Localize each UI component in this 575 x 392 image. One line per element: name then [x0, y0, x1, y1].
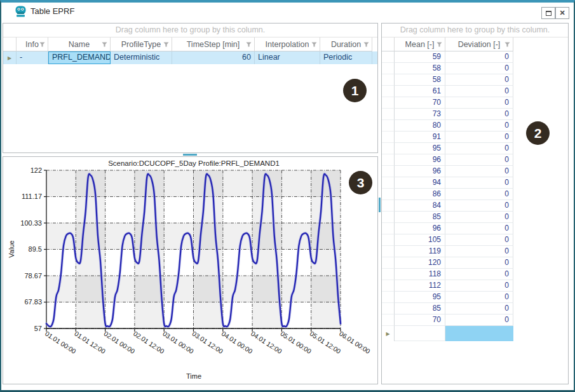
table-row[interactable]: 960 — [382, 154, 568, 166]
cell-timestep[interactable]: 60 — [172, 51, 255, 64]
column-header-name[interactable]: Name — [48, 37, 111, 51]
cell-deviation[interactable]: 0 — [445, 234, 513, 246]
table-row[interactable]: 950 — [382, 292, 568, 303]
cell-mean[interactable]: 120 — [395, 257, 445, 269]
cell-interpolation[interactable]: Linear — [255, 51, 320, 64]
cell-mean[interactable]: 70 — [395, 314, 445, 326]
table-row[interactable]: 960 — [382, 223, 568, 234]
column-header-timestep[interactable]: TimeStep [min] — [172, 37, 255, 51]
cell-deviation[interactable]: 0 — [445, 246, 513, 257]
table-row[interactable]: 960 — [382, 166, 568, 177]
table-row[interactable]: 700 — [382, 314, 568, 326]
cell-mean[interactable]: 96 — [395, 154, 445, 166]
cell-deviation[interactable]: 0 — [445, 269, 513, 280]
cell-deviation[interactable]: 0 — [445, 314, 513, 326]
cell-mean[interactable]: 95 — [395, 143, 445, 154]
column-header-interpolation[interactable]: Interpolation — [255, 37, 320, 51]
cell-name-selected[interactable]: PRFL_DEMAND1 — [48, 51, 111, 64]
cell-deviation[interactable]: 0 — [445, 143, 513, 154]
table-row[interactable]: 1190 — [382, 246, 568, 257]
horizontal-splitter-handle[interactable] — [183, 154, 197, 156]
cell-duration[interactable]: Periodic — [320, 51, 372, 64]
table-row[interactable]: 1120 — [382, 280, 568, 292]
cell-mean[interactable]: 58 — [395, 63, 445, 74]
filter-icon[interactable] — [311, 42, 317, 47]
cell-mean[interactable]: 112 — [395, 280, 445, 292]
table-row[interactable]: 590 — [382, 51, 568, 63]
cell-deviation[interactable]: 0 — [445, 200, 513, 212]
filter-icon[interactable] — [163, 42, 169, 47]
table-row[interactable]: 860 — [382, 189, 568, 200]
table-row[interactable]: 850 — [382, 303, 568, 314]
cell-deviation[interactable]: 0 — [445, 63, 513, 74]
table-row[interactable]: 730 — [382, 109, 568, 120]
cell-profiletype[interactable]: Deterministic — [111, 51, 172, 64]
table-row[interactable]: 1050 — [382, 234, 568, 246]
cell-mean[interactable]: 119 — [395, 246, 445, 257]
cell-mean[interactable]: 85 — [395, 212, 445, 223]
cell-deviation[interactable]: 0 — [445, 257, 513, 269]
cell-deviation[interactable]: 0 — [445, 177, 513, 189]
cell-deviation[interactable]: 0 — [445, 120, 513, 132]
cell-mean[interactable]: 84 — [395, 200, 445, 212]
filter-icon[interactable] — [363, 42, 369, 47]
table-row[interactable]: 940 — [382, 177, 568, 189]
maximize-button[interactable] — [541, 7, 555, 19]
cell-mean[interactable]: 95 — [395, 292, 445, 303]
cell-deviation[interactable]: 0 — [445, 97, 513, 109]
table-row[interactable]: 580 — [382, 63, 568, 74]
cell-mean[interactable]: 58 — [395, 74, 445, 86]
cell-mean[interactable]: 80 — [395, 120, 445, 132]
column-header-info[interactable]: Info — [17, 37, 48, 51]
column-header-deviation[interactable]: Deviation [-] — [445, 37, 513, 51]
filter-icon[interactable] — [436, 42, 442, 47]
table-row[interactable]: 850 — [382, 212, 568, 223]
close-button[interactable]: ✕ — [555, 7, 569, 19]
cell-mean[interactable]: 59 — [395, 51, 445, 63]
profile-row[interactable]: ▶ - PRFL_DEMAND1 Deterministic 60 Linear… — [3, 51, 377, 64]
cell-mean[interactable]: 94 — [395, 177, 445, 189]
cell-deviation[interactable]: 0 — [445, 51, 513, 63]
cell-mean[interactable]: 105 — [395, 234, 445, 246]
cell-deviation[interactable]: 0 — [445, 86, 513, 97]
table-row[interactable]: 1200 — [382, 257, 568, 269]
new-row[interactable]: ▶ — [382, 326, 568, 341]
cell-deviation[interactable]: 0 — [445, 132, 513, 143]
column-header-profiletype[interactable]: ProfileType — [111, 37, 172, 51]
cell-mean[interactable]: 73 — [395, 109, 445, 120]
filter-icon[interactable] — [246, 42, 252, 47]
new-row-deviation-cell-selected[interactable] — [445, 326, 513, 341]
cell-deviation[interactable]: 0 — [445, 189, 513, 200]
column-header-duration[interactable]: Duration — [320, 37, 372, 51]
cell-deviation[interactable]: 0 — [445, 154, 513, 166]
table-row[interactable]: 1180 — [382, 269, 568, 280]
cell-mean[interactable]: 70 — [395, 97, 445, 109]
cell-deviation[interactable]: 0 — [445, 212, 513, 223]
filter-icon[interactable] — [504, 42, 510, 47]
new-row-mean-cell[interactable] — [395, 326, 445, 341]
cell-info[interactable]: - — [17, 51, 48, 64]
cell-mean[interactable]: 86 — [395, 189, 445, 200]
cell-deviation[interactable]: 0 — [445, 223, 513, 234]
cell-deviation[interactable]: 0 — [445, 280, 513, 292]
cell-deviation[interactable]: 0 — [445, 303, 513, 314]
cell-mean[interactable]: 85 — [395, 303, 445, 314]
cell-deviation[interactable]: 0 — [445, 166, 513, 177]
cell-mean[interactable]: 61 — [395, 86, 445, 97]
table-row[interactable]: 950 — [382, 143, 568, 154]
cell-deviation[interactable]: 0 — [445, 109, 513, 120]
cell-deviation[interactable]: 0 — [445, 292, 513, 303]
table-row[interactable]: 840 — [382, 200, 568, 212]
vertical-splitter-handle[interactable] — [379, 198, 381, 212]
group-by-band[interactable]: Drag column here to group by this column… — [3, 24, 377, 37]
cell-mean[interactable]: 118 — [395, 269, 445, 280]
cell-mean[interactable]: 96 — [395, 166, 445, 177]
cell-mean[interactable]: 96 — [395, 223, 445, 234]
column-header-mean[interactable]: Mean [-] — [395, 37, 445, 51]
filter-icon[interactable] — [102, 42, 107, 47]
table-row[interactable]: 610 — [382, 86, 568, 97]
cell-mean[interactable]: 91 — [395, 132, 445, 143]
cell-deviation[interactable]: 0 — [445, 74, 513, 86]
table-row[interactable]: 580 — [382, 74, 568, 86]
table-row[interactable]: 700 — [382, 97, 568, 109]
